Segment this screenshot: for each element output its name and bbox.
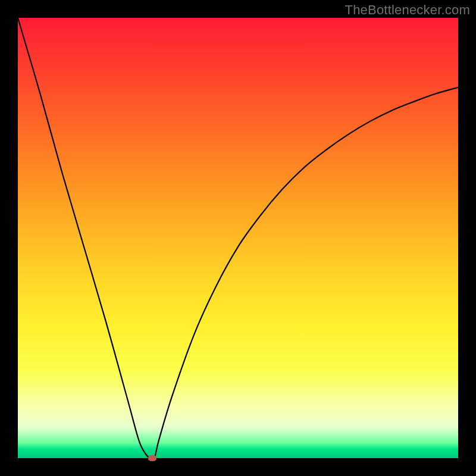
chart-frame: TheBottlenecker.com xyxy=(0,0,476,476)
curve-path xyxy=(18,18,458,459)
bottleneck-curve xyxy=(18,18,458,458)
plot-area xyxy=(18,18,458,458)
optimal-point-marker xyxy=(148,455,156,461)
watermark-text: TheBottlenecker.com xyxy=(345,2,470,18)
